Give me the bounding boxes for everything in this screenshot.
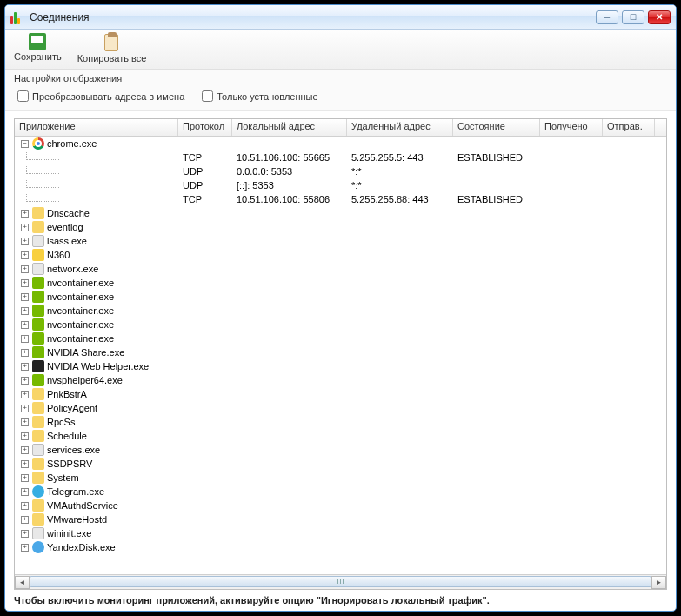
col-recv[interactable]: Получено [540,119,603,136]
copy-all-button[interactable]: Копировать все [77,33,147,69]
table-body[interactable]: − chrome.exe TCP 10.51.106.100: 55665 5.… [15,137,666,574]
app-name: YandexDisk.exe [47,542,116,552]
expand-icon[interactable]: + [21,321,29,329]
minimize-button[interactable]: ─ [596,10,618,24]
expand-icon[interactable]: + [21,544,29,552]
expand-icon[interactable]: + [21,307,29,315]
scroll-right-button[interactable]: ► [651,576,666,589]
resolve-addresses-input[interactable] [17,90,29,102]
scroll-left-button[interactable]: ◄ [15,576,30,589]
table-row[interactable]: + System [15,471,666,485]
table-row[interactable]: + wininit.exe [15,526,666,540]
yandex-icon [32,541,44,553]
table-row[interactable]: + RpcSs [15,415,666,429]
col-proto[interactable]: Протокол [178,119,232,136]
connection-row[interactable]: TCP 10.51.106.100: 55806 5.255.255.88: 4… [15,192,666,206]
chrome-icon [32,137,44,150]
app-name: PnkBstrA [47,389,87,399]
resolve-addresses-label: Преобразовывать адреса в имена [32,91,184,102]
table-row[interactable]: + YandexDisk.exe [15,540,666,554]
expand-icon[interactable]: + [21,224,29,231]
proto-cell: TCP [178,152,232,163]
table-row[interactable]: + nvcontainer.exe [15,290,666,304]
resolve-addresses-checkbox[interactable]: Преобразовывать адреса в имена [17,90,184,102]
close-button[interactable]: ✕ [648,10,671,24]
expand-icon[interactable]: + [21,516,29,524]
connections-table: Приложение Протокол Локальный адрес Удал… [14,118,667,590]
connection-row[interactable]: UDP 0.0.0.0: 5353 *:* [15,164,666,178]
connection-row[interactable]: UDP [::]: 5353 *:* [15,178,666,192]
app-name: RpcSs [47,417,75,427]
table-row[interactable]: + PolicyAgent [15,401,666,415]
table-row[interactable]: + Telegram.exe [15,485,666,499]
app-name: Dnscache [47,208,90,218]
expand-icon[interactable]: + [21,279,29,287]
folder-icon [32,458,44,470]
collapse-icon[interactable]: − [21,140,29,148]
only-established-checkbox[interactable]: Только установленные [202,90,317,102]
maximize-button[interactable]: ☐ [622,10,644,24]
expand-icon[interactable]: + [21,502,29,510]
expand-icon[interactable]: + [21,363,29,371]
col-state[interactable]: Состояние [453,119,540,136]
col-app[interactable]: Приложение [15,119,178,136]
save-button[interactable]: Сохранить [14,33,62,69]
table-row[interactable]: + VMwareHostd [15,512,666,526]
expand-icon[interactable]: + [21,432,29,440]
table-row[interactable]: − chrome.exe [15,137,666,151]
table-row[interactable]: + nvcontainer.exe [15,331,666,345]
expand-icon[interactable]: + [21,418,29,426]
folder-icon [32,402,44,414]
app-name: PolicyAgent [47,403,97,413]
remote-cell: 5.255.255.5: 443 [347,152,453,163]
expand-icon[interactable]: + [21,349,29,357]
expand-icon[interactable]: + [21,405,29,412]
horizontal-scrollbar[interactable]: ◄ ► [15,574,666,589]
table-row[interactable]: + services.exe [15,443,666,457]
nvidia-icon [32,318,44,331]
expand-icon[interactable]: + [21,251,29,259]
table-row[interactable]: + PnkBstrA [15,387,666,401]
table-row[interactable]: + NVIDIA Share.exe [15,345,666,359]
col-sent[interactable]: Отправ. [603,119,655,136]
col-local[interactable]: Локальный адрес [232,119,347,136]
expand-icon[interactable]: + [21,488,29,496]
only-established-input[interactable] [202,90,213,102]
table-row[interactable]: + NVIDIA Web Helper.exe [15,359,666,373]
table-row[interactable]: + VMAuthdService [15,499,666,512]
statusbar: Чтобы включить мониторинг приложений, ак… [5,593,676,611]
col-remote[interactable]: Удаленный адрес [347,119,453,136]
nvidia-icon [32,346,44,358]
table-row[interactable]: + networx.exe [15,262,666,276]
expand-icon[interactable]: + [21,265,29,273]
scroll-track[interactable] [30,576,651,589]
expand-icon[interactable]: + [21,446,29,454]
expand-icon[interactable]: + [21,474,29,482]
table-row[interactable]: + Dnscache [15,206,666,220]
expand-icon[interactable]: + [21,335,29,343]
table-row[interactable]: + Schedule [15,429,666,443]
scroll-thumb[interactable] [30,576,651,587]
folder-icon [32,430,44,442]
expand-icon[interactable]: + [21,293,29,301]
table-row[interactable]: + N360 [15,248,666,262]
expand-icon[interactable]: + [21,460,29,468]
table-row[interactable]: + nvcontainer.exe [15,276,666,290]
exe-icon [32,444,44,456]
app-name: VMwareHostd [47,514,107,525]
table-row[interactable]: + lsass.exe [15,234,666,248]
table-row[interactable]: + nvcontainer.exe [15,318,666,331]
table-row[interactable]: + eventlog [15,220,666,234]
expand-icon[interactable]: + [21,391,29,398]
table-row[interactable]: + SSDPSRV [15,457,666,471]
expand-icon[interactable]: + [21,530,29,538]
table-row[interactable]: + nvsphelper64.exe [15,373,666,387]
shield-icon [32,249,44,261]
connection-row[interactable]: TCP 10.51.106.100: 55665 5.255.255.5: 44… [15,151,666,164]
titlebar[interactable]: Соединения ─ ☐ ✕ [5,5,676,30]
expand-icon[interactable]: + [21,210,29,218]
expand-icon[interactable]: + [21,377,29,385]
table-row[interactable]: + nvcontainer.exe [15,304,666,318]
nv-black-icon [32,360,44,372]
expand-icon[interactable]: + [21,238,29,245]
